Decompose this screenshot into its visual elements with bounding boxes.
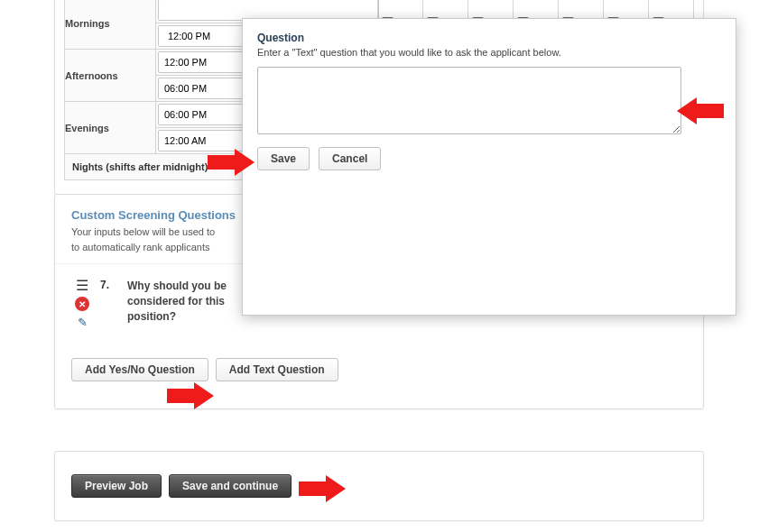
row-evenings-label: Evenings: [65, 102, 156, 154]
drag-handle-icon[interactable]: ☰: [76, 279, 88, 293]
question-popup: Question Enter a "Text" question that yo…: [242, 18, 736, 316]
question-number: 7.: [100, 279, 118, 291]
add-question-buttons: Add Yes/No Question Add Text Question: [71, 358, 687, 381]
delete-question-button[interactable]: ✕: [75, 297, 89, 311]
popup-cancel-button[interactable]: Cancel: [319, 147, 381, 170]
save-and-continue-button[interactable]: Save and continue: [169, 474, 292, 498]
popup-save-button[interactable]: Save: [257, 147, 310, 170]
edit-question-button[interactable]: ✎: [75, 315, 89, 329]
row-mornings-label: Mornings: [65, 0, 156, 50]
bottom-panel: Preview Job Save and continue: [54, 451, 704, 521]
add-text-question-button[interactable]: Add Text Question: [216, 358, 338, 381]
popup-subtitle: Enter a "Text" question that you would l…: [257, 47, 721, 58]
preview-job-button[interactable]: Preview Job: [71, 474, 162, 498]
question-actions: ☰ ✕ ✎: [73, 279, 91, 329]
question-textarea[interactable]: [257, 67, 681, 134]
add-yes-no-question-button[interactable]: Add Yes/No Question: [71, 358, 208, 381]
row-afternoons-label: Afternoons: [65, 50, 156, 102]
popup-title: Question: [257, 32, 721, 44]
popup-buttons: Save Cancel: [257, 147, 721, 170]
